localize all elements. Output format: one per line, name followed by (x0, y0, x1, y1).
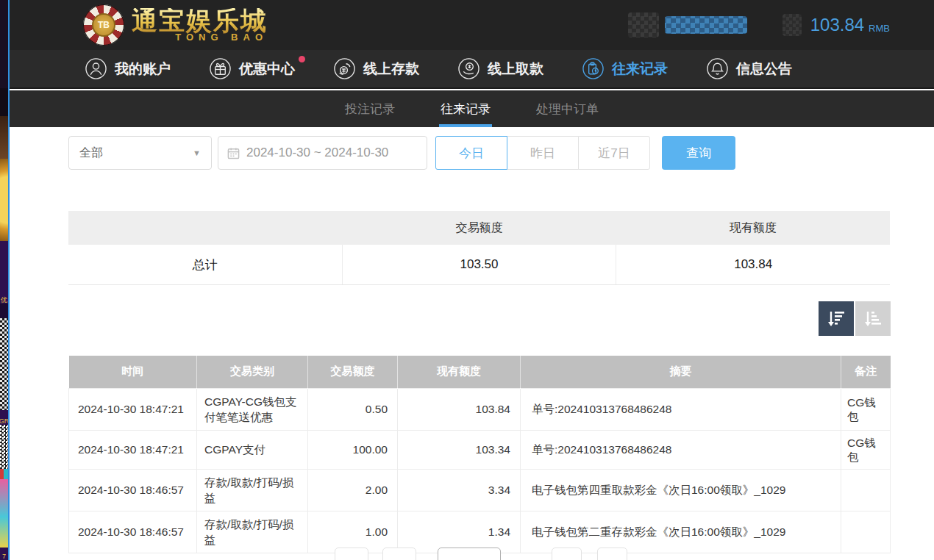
nav-item-records[interactable]: 往来记录 (582, 57, 668, 80)
nav-item-withdraw[interactable]: 线上取款 (457, 57, 543, 80)
sort-ascending-button[interactable] (855, 301, 891, 336)
cell-balance: 103.84 (398, 388, 521, 430)
censored-wallet-icon[interactable] (783, 14, 802, 36)
censored-avatar[interactable] (628, 12, 659, 37)
cell-time: 2024-10-30 18:47:21 (69, 430, 197, 469)
quick-yesterday-button[interactable]: 昨日 (507, 136, 579, 170)
brand-logo[interactable]: TB 通宝娱乐城 TONG BAO (83, 3, 268, 47)
main-nav: 我的账户 优惠中心 线上存款 线上取款 往来记录 (10, 50, 934, 89)
tab-transaction-records[interactable]: 往来记录 (441, 90, 491, 127)
deposit-coin-icon (333, 57, 356, 80)
table-row: 2024-10-30 18:47:21 CGPAY支付 100.00 103.3… (69, 430, 891, 469)
promo-segment (0, 88, 8, 116)
promo-qr-segment (0, 425, 8, 469)
sort-descending-icon (826, 309, 846, 329)
tab-pending-orders[interactable]: 处理中订单 (536, 90, 599, 127)
cell-summary: 单号:202410313768486248 (521, 430, 841, 469)
promo-coin-segment (0, 159, 8, 241)
nav-label: 线上取款 (488, 60, 543, 79)
date-range-input[interactable]: 2024-10-30 ~ 2024-10-30 (218, 136, 427, 170)
sort-ascending-icon (863, 309, 883, 329)
pagination-button[interactable] (597, 548, 627, 560)
nav-label: 信息公告 (736, 60, 792, 79)
col-header-balance: 现有额度 (398, 356, 521, 388)
notification-dot (299, 56, 305, 62)
cell-balance: 3.34 (398, 469, 521, 511)
quick-today-button[interactable]: 今日 (435, 136, 507, 170)
category-selected-value: 全部 (79, 146, 103, 161)
promo-qr-segment (0, 318, 8, 410)
currency-label: RMB (869, 17, 890, 34)
promo-segment: 7 (0, 548, 8, 560)
cell-type: CGPAY支付 (197, 430, 308, 469)
pagination-button[interactable] (382, 548, 416, 560)
transaction-records-page: 优 GR 7 TB 通宝娱乐城 TONG BAO 103.84 RMB (0, 0, 934, 560)
col-header-note: 备注 (841, 356, 891, 388)
nav-label: 往来记录 (612, 60, 668, 79)
tab-bet-records[interactable]: 投注记录 (345, 90, 395, 127)
nav-item-deposit[interactable]: 线上存款 (333, 57, 419, 80)
page-left-accent-line (8, 0, 10, 560)
cell-type: 存款/取款/打码/损益 (197, 511, 308, 553)
pagination (0, 548, 934, 560)
sort-controls (819, 301, 891, 336)
summary-header-trade: 交易额度 (342, 211, 616, 245)
promo-segment: 优 (0, 241, 8, 304)
cell-amount: 1.00 (308, 511, 398, 553)
search-button[interactable]: 查询 (662, 136, 735, 170)
bell-icon (706, 57, 729, 80)
col-header-type: 交易类别 (197, 356, 308, 388)
withdraw-coin-icon (457, 57, 480, 80)
calendar-icon (227, 147, 240, 159)
table-row: 2024-10-30 18:47:21 CGPAY-CG钱包支付笔笔送优惠 0.… (69, 388, 891, 430)
summary-total-row: 总计 103.50 103.84 (68, 245, 890, 284)
sort-descending-button[interactable] (819, 301, 854, 336)
cell-summary: 电子钱包第二重存款彩金《次日16:00领取》_1029 (521, 511, 841, 553)
cell-note: CG钱包 (841, 388, 891, 430)
cell-note (841, 469, 891, 511)
brand-title-en: TONG BAO (175, 32, 268, 43)
table-row: 2024-10-30 18:46:57 存款/取款/打码/损益 1.00 1.3… (69, 511, 891, 553)
account-area: 103.84 RMB (628, 0, 890, 50)
cell-summary: 单号:202410313768486248 (521, 388, 841, 430)
poker-chip-icon: TB (83, 4, 124, 46)
pagination-button[interactable] (552, 548, 582, 560)
pagination-button[interactable] (335, 548, 368, 560)
col-header-amount: 交易额度 (308, 356, 398, 388)
summary-header-row: 交易额度 现有额度 (68, 211, 890, 245)
top-header: TB 通宝娱乐城 TONG BAO 103.84 RMB (10, 0, 934, 50)
cell-type: CGPAY-CG钱包支付笔笔送优惠 (197, 388, 308, 430)
promo-segment (0, 304, 8, 318)
cell-amount: 0.50 (308, 388, 398, 430)
summary-header-balance: 现有额度 (616, 211, 890, 245)
summary-trade-total: 103.50 (343, 245, 617, 284)
cell-amount: 2.00 (308, 469, 398, 511)
gift-icon (209, 57, 232, 80)
date-range-value: 2024-10-30 ~ 2024-10-30 (246, 146, 388, 160)
promo-segment (0, 469, 8, 479)
category-select[interactable]: 全部 ▼ (68, 136, 212, 170)
account-balance: 103.84 (810, 15, 864, 35)
cell-time: 2024-10-30 18:46:57 (69, 469, 197, 511)
table-header-row: 时间 交易类别 交易额度 现有额度 摘要 备注 (69, 356, 891, 388)
cell-balance: 1.34 (398, 511, 521, 553)
summary-total-label: 总计 (68, 245, 343, 284)
cell-type: 存款/取款/打码/损益 (197, 469, 308, 511)
nav-label: 线上存款 (363, 60, 419, 79)
cell-note: CG钱包 (841, 430, 891, 469)
pagination-page-select[interactable] (438, 548, 501, 560)
table-row: 2024-10-30 18:46:57 存款/取款/打码/损益 2.00 3.3… (69, 469, 891, 511)
nav-item-announcements[interactable]: 信息公告 (706, 57, 792, 80)
transactions-table: 时间 交易类别 交易额度 现有额度 摘要 备注 2024-10-30 18:47… (68, 356, 891, 553)
chip-monogram: TB (92, 13, 115, 37)
cell-time: 2024-10-30 18:46:57 (69, 511, 197, 553)
summary-header-empty (68, 211, 342, 245)
nav-item-my-account[interactable]: 我的账户 (85, 57, 171, 80)
quick-date-group: 今日 昨日 近7日 (435, 136, 650, 170)
col-header-time: 时间 (69, 356, 197, 388)
nav-item-promotions[interactable]: 优惠中心 (209, 57, 295, 80)
quick-last7days-button[interactable]: 近7日 (578, 136, 650, 170)
record-tabs: 投注记录 往来记录 处理中订单 (10, 90, 934, 127)
nav-label: 我的账户 (115, 60, 171, 79)
summary-table: 交易额度 现有额度 总计 103.50 103.84 (68, 211, 890, 285)
